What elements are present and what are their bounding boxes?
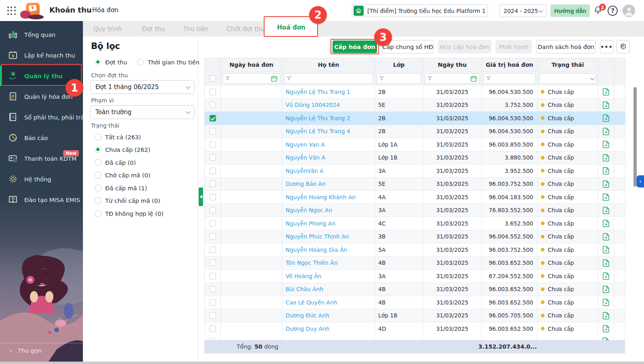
student-name-link[interactable]: Dương Bảo An	[286, 181, 326, 187]
right-panel-expand-handle[interactable]: ‹	[637, 175, 644, 187]
issue-invoice-button[interactable]: Cấp hóa đơn	[333, 40, 377, 53]
tab-dot-thu[interactable]: Đợt thu	[142, 26, 165, 33]
help-icon[interactable]: ?	[608, 6, 618, 16]
row-checkbox[interactable]	[210, 128, 216, 134]
cancel-issue-button[interactable]: Hủy cấp hoá đơn	[438, 40, 491, 53]
file-plus-icon[interactable]	[603, 167, 610, 175]
file-plus-icon[interactable]	[603, 285, 610, 293]
radio-status-tu-choi-cap-ma[interactable]: Từ chối cấp mã (0)	[91, 197, 160, 204]
radio-status-tat-ca[interactable]: Tất cả (263)	[91, 134, 141, 140]
file-plus-icon[interactable]	[603, 206, 610, 214]
sidebar-item-7[interactable]: Thanh toán KDTMNew	[0, 148, 83, 169]
file-plus-icon[interactable]	[603, 154, 610, 162]
student-name-link[interactable]: Dương Đức Anh	[286, 312, 329, 319]
file-plus-icon[interactable]	[603, 312, 610, 319]
guide-button[interactable]: Hướng dẫn	[551, 4, 590, 17]
avatar[interactable]	[623, 4, 635, 17]
student-name-link[interactable]: Dương Duy Anh	[286, 326, 330, 332]
scope-select[interactable]: Toàn trường	[90, 105, 195, 119]
row-checkbox[interactable]	[210, 286, 216, 292]
radio-status-da-cap-ma[interactable]: Đã cấp mã (1)	[91, 185, 147, 192]
student-name-link[interactable]: Nguyễn Lệ Thu Trang 2	[286, 115, 350, 121]
row-checkbox[interactable]	[210, 260, 216, 266]
file-plus-icon[interactable]	[603, 272, 610, 280]
radio-status-da-cap[interactable]: Đã cấp (0)	[91, 159, 136, 166]
file-plus-icon[interactable]	[603, 101, 610, 109]
select-all-checkbox[interactable]	[210, 75, 216, 82]
vertical-scrollbar[interactable]	[633, 87, 637, 187]
row-checkbox[interactable]	[210, 154, 216, 161]
student-name-link[interactable]: Võ Hoàng Ân	[286, 273, 322, 279]
row-checkbox[interactable]	[210, 194, 216, 200]
radio-thoi-gian-thu-tien[interactable]: Thời gian thu tiền	[133, 59, 199, 66]
row-checkbox[interactable]	[210, 326, 216, 332]
sidebar-item-6[interactable]: Báo cáo	[0, 128, 83, 148]
app-grid-icon[interactable]	[7, 6, 16, 15]
date-filter-input[interactable]	[222, 73, 280, 84]
student-name-link[interactable]: Nguyễn Phúc Thịnh An	[286, 233, 349, 240]
calendar-icon[interactable]	[470, 75, 477, 82]
row-checkbox[interactable]	[210, 181, 216, 187]
sidebar-item-5[interactable]: $Sổ phải thu, phải trả	[0, 107, 83, 128]
row-checkbox[interactable]	[210, 141, 216, 148]
student-name-link[interactable]: Nguyễn Ngọc An	[286, 207, 332, 213]
sidebar-item-2[interactable]: $Lập kế hoạch thu	[0, 45, 83, 66]
student-name-link[interactable]: Vũ Dũng 10042024	[286, 102, 340, 108]
notification-bell-icon[interactable]: 2	[593, 5, 604, 17]
school-selector[interactable]: [Thí điểm] Trường tiểu học Edu Platform …	[352, 4, 488, 17]
student-name-link[interactable]: NguyễnVăn A	[286, 168, 324, 174]
radio-dot-thu[interactable]: Đợt thu	[91, 59, 127, 66]
student-name-link[interactable]: Cao Lê Quyền Anh	[286, 299, 337, 306]
file-plus-icon[interactable]	[602, 337, 609, 340]
student-name-link[interactable]: Nguyễn Văn A	[286, 154, 325, 161]
tab-quy-trinh[interactable]: Quy trình	[93, 26, 122, 33]
student-name-link[interactable]: Nguyen Van A	[286, 141, 325, 148]
student-name-link[interactable]: Nguyễn Phong An	[286, 220, 335, 227]
file-plus-icon[interactable]	[603, 298, 610, 306]
sidebar-item-4[interactable]: Quản lý hóa đơn	[0, 86, 83, 107]
sidebar-item-9[interactable]: Đào tạo MISA EMIS	[0, 189, 83, 210]
school-year-select[interactable]: 2024 - 2025	[499, 4, 547, 17]
sidebar-collapse-button[interactable]: ‹ Thu gọn	[0, 343, 83, 358]
student-name-link[interactable]: Nguyễn Hoàng Gia Ân	[286, 247, 347, 253]
file-plus-icon[interactable]	[603, 128, 610, 135]
file-plus-icon[interactable]	[603, 246, 610, 253]
tab-thu-tien[interactable]: Thu tiền	[183, 26, 208, 33]
publish-button[interactable]: Phát hành	[496, 40, 532, 53]
radio-status-td-khong-hop-le[interactable]: TĐ không hợp lệ (0)	[91, 210, 163, 217]
file-plus-icon[interactable]	[603, 193, 610, 201]
file-plus-icon[interactable]	[603, 233, 610, 241]
sidebar-item-8[interactable]: Hệ thống	[0, 169, 83, 189]
period-select[interactable]: Đợt 1 tháng 06/2025	[90, 80, 195, 94]
student-name-link[interactable]: Nguyễn Lệ Thu Trang 4	[286, 128, 350, 134]
row-checkbox[interactable]	[210, 207, 216, 213]
row-checkbox[interactable]	[210, 299, 216, 306]
row-checkbox[interactable]	[210, 247, 216, 253]
row-checkbox[interactable]	[210, 89, 216, 95]
status-filter-select[interactable]	[539, 73, 596, 84]
file-plus-icon[interactable]	[603, 140, 610, 148]
sidebar-item-1[interactable]: Tổng quan	[0, 24, 83, 45]
value-filter-input[interactable]	[483, 73, 536, 84]
radio-status-cho-cap-ma[interactable]: Chờ cấp mã (0)	[91, 172, 150, 179]
file-plus-icon[interactable]	[603, 259, 610, 267]
file-plus-icon[interactable]	[603, 114, 610, 122]
row-checkbox[interactable]	[210, 115, 216, 121]
collect-date-filter-input[interactable]	[425, 73, 480, 84]
invoice-list-button[interactable]: Danh sách hoá đơn	[536, 40, 596, 53]
calendar-icon[interactable]	[271, 75, 278, 82]
name-filter-input[interactable]	[284, 73, 373, 84]
row-checkbox[interactable]	[210, 102, 216, 108]
tab-chot-dot-thu[interactable]: Chốt đợt thu	[227, 26, 265, 33]
radio-status-chua-cap[interactable]: Chưa cấp (262)	[91, 146, 150, 153]
row-checkbox[interactable]	[210, 273, 216, 279]
student-name-link[interactable]: Tôn Ngọc Thiên Ân	[286, 260, 338, 266]
file-plus-icon[interactable]	[603, 219, 610, 227]
file-plus-icon[interactable]	[603, 325, 610, 332]
sidebar-item-3[interactable]: $Quản lý thu	[0, 66, 83, 86]
student-name-link[interactable]: Nguyễn Hoàng Khánh An	[286, 194, 356, 200]
row-checkbox[interactable]	[210, 312, 216, 319]
issue-common-number-button[interactable]: Cấp chung số HĐ	[382, 40, 434, 53]
row-checkbox[interactable]	[210, 220, 216, 227]
student-name-link[interactable]: Bùi Châu Anh	[286, 286, 323, 292]
